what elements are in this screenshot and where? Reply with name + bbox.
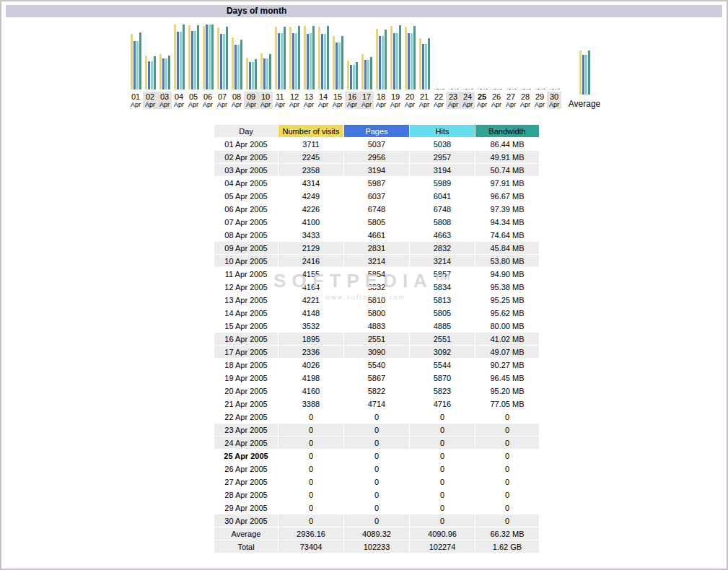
cell-day: 26 Apr 2005 [214,462,278,475]
table-header-row: DayNumber of visitsPagesHitsBandwidth [214,125,539,137]
chart-day-group: 25Apr [475,23,489,109]
bar-bandwidth [327,26,329,89]
table-row: 12 Apr 200541645832583495.38 MB [214,281,539,293]
bar-bandwidth [543,89,545,89]
chart-day-number: 20 [403,92,417,101]
cell-day: 04 Apr 2005 [214,177,278,189]
chart-day-number: 07 [215,92,229,101]
chart-day-number: 05 [186,92,201,101]
chart-day-group: 06Apr [201,23,215,109]
chart-day-number: 28 [518,92,532,101]
chart-day-label: 04Apr [172,92,186,109]
chart-day-group: 02Apr [143,23,157,109]
bar-hits [425,44,427,89]
chart-day-label: 17Apr [359,92,374,109]
days-of-month-chart: 01Apr02Apr03Apr04Apr05Apr06Apr07Apr08Apr… [128,23,603,109]
chart-day-number: 29 [532,92,547,101]
days-table: DayNumber of visitsPagesHitsBandwidth01 … [214,124,540,553]
chart-day-bars [159,23,170,89]
cell-bandwidth: 97.91 MB [475,177,539,189]
bar-visits [145,56,147,89]
chart-day-month: Apr [201,101,215,108]
bar-bandwidth [558,89,560,89]
chart-day-bars [506,23,517,89]
chart-day-label: 13Apr [302,92,316,109]
chart-day-label: 27Apr [504,92,518,109]
chart-day-number: 23 [446,92,460,101]
cell-hits: 0 [410,437,475,449]
bar-hits [237,45,240,89]
bar-bandwidth [428,38,430,89]
awstats-days-of-month-page: Days of month 01Apr02Apr03Apr04Apr05Apr0… [0,0,728,570]
cell-hits: 5038 [410,138,475,150]
chart-day-number: 14 [316,92,330,101]
bar-visits [318,27,320,89]
cell-visits: 3388 [279,398,343,410]
cell-bandwidth: 77.05 MB [475,398,539,410]
column-header-pages: Pages [344,125,409,137]
bar-pages [408,33,410,89]
cell-hits: 4885 [410,320,475,332]
cell-pages: 0 [344,501,409,514]
chart-day-number: 19 [388,92,403,101]
chart-day-number: 13 [302,92,316,101]
chart-day-month: Apr [157,101,172,108]
bar-visits [434,89,436,89]
cell-day: 30 Apr 2005 [214,514,278,527]
cell-visits: 1895 [279,333,343,345]
chart-day-label: 23Apr [446,92,460,109]
cell-day: 03 Apr 2005 [214,164,278,176]
bar-pages [234,45,237,89]
bar-pages [480,89,482,89]
chart-day-number: 12 [287,92,302,101]
chart-day-bars [131,23,141,89]
table-row: 08 Apr 200534334661466374.64 MB [214,229,539,241]
cell-day: 17 Apr 2005 [214,346,278,358]
chart-day-number: 08 [229,92,244,101]
cell-bandwidth: 90.27 MB [475,359,539,371]
chart-day-bars [462,23,473,89]
chart-day-month: Apr [229,101,244,108]
chart-day-month: Apr [403,101,417,108]
bar-hits [454,89,456,89]
bar-pages [206,25,208,89]
chart-day-group: 01Apr [128,23,143,109]
cell-hits: 0 [410,411,475,423]
chart-day-group: 11Apr [273,23,287,109]
bar-visits [477,89,479,89]
cell-bandwidth: 97.39 MB [475,203,539,215]
chart-day-bars [520,23,531,89]
cell-bandwidth: 50.74 MB [475,164,539,176]
chart-day-bars [304,23,315,89]
bar-visits [289,27,291,89]
chart-day-month: Apr [431,101,446,108]
chart-day-group: 10Apr [258,23,273,109]
chart-day-month: Apr [374,101,388,108]
chart-day-month: Apr [302,101,316,108]
bar-bandwidth [312,26,315,89]
chart-day-group: 12Apr [287,23,302,109]
bar-visits [333,36,335,89]
bar-hits [585,55,587,95]
total-row-visits: 73404 [279,540,343,553]
chart-day-bars [275,23,286,89]
chart-day-group: 21Apr [417,23,431,109]
chart-day-label: 28Apr [518,92,532,109]
table-row: 01 Apr 200537115037503886.44 MB [214,138,539,150]
cell-hits: 4716 [410,398,475,410]
average-row-pages: 4089.32 [344,527,409,540]
bar-hits [555,89,557,89]
chart-day-group: 27Apr [504,23,518,109]
cell-day: 07 Apr 2005 [214,216,278,228]
cell-day: 12 Apr 2005 [214,281,278,293]
chart-day-label: 12Apr [287,92,302,109]
cell-bandwidth: 95.25 MB [475,294,539,306]
cell-hits: 5805 [410,307,475,319]
chart-day-month: Apr [345,101,359,108]
cell-visits: 0 [279,462,343,475]
cell-day: 22 Apr 2005 [214,411,278,423]
bar-hits [223,34,225,89]
bar-visits [549,89,551,89]
cell-day: 18 Apr 2005 [214,359,278,371]
cell-bandwidth: 86.44 MB [475,138,539,150]
